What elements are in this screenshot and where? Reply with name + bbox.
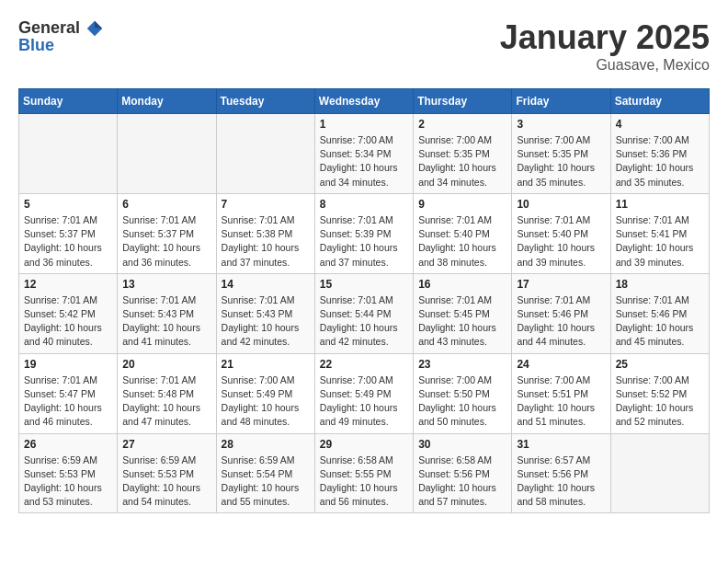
calendar-cell: 12Sunrise: 7:01 AM Sunset: 5:42 PM Dayli… (19, 273, 118, 353)
month-title: January 2025 (500, 18, 710, 57)
calendar-week-1: 1Sunrise: 7:00 AM Sunset: 5:34 PM Daylig… (19, 114, 710, 194)
calendar-cell: 10Sunrise: 7:01 AM Sunset: 5:40 PM Dayli… (512, 193, 610, 273)
calendar-week-4: 19Sunrise: 7:01 AM Sunset: 5:47 PM Dayli… (19, 353, 710, 433)
calendar-cell (19, 114, 118, 194)
calendar-cell: 5Sunrise: 7:01 AM Sunset: 5:37 PM Daylig… (19, 193, 118, 273)
calendar-cell: 22Sunrise: 7:00 AM Sunset: 5:49 PM Dayli… (314, 353, 413, 433)
day-number: 6 (122, 198, 210, 211)
calendar-cell: 7Sunrise: 7:01 AM Sunset: 5:38 PM Daylig… (216, 193, 314, 273)
day-number: 2 (418, 118, 506, 131)
calendar-cell: 18Sunrise: 7:01 AM Sunset: 5:46 PM Dayli… (610, 273, 709, 353)
day-number: 14 (222, 278, 310, 291)
day-number: 12 (24, 278, 112, 291)
weekday-header-friday: Friday (512, 89, 610, 114)
logo: General Blue (18, 18, 105, 55)
day-number: 5 (24, 198, 112, 211)
day-info: Sunrise: 7:01 AM Sunset: 5:44 PM Dayligh… (320, 293, 408, 350)
calendar-cell: 31Sunrise: 6:57 AM Sunset: 5:56 PM Dayli… (512, 433, 610, 513)
calendar-cell (610, 433, 709, 513)
weekday-header-wednesday: Wednesday (314, 89, 413, 114)
day-info: Sunrise: 7:01 AM Sunset: 5:43 PM Dayligh… (122, 293, 210, 350)
day-number: 31 (517, 438, 605, 451)
day-info: Sunrise: 7:01 AM Sunset: 5:41 PM Dayligh… (616, 213, 704, 270)
day-number: 22 (320, 358, 408, 371)
day-info: Sunrise: 7:01 AM Sunset: 5:37 PM Dayligh… (122, 213, 210, 270)
calendar-cell: 6Sunrise: 7:01 AM Sunset: 5:37 PM Daylig… (118, 193, 216, 273)
logo-blue: Blue (18, 37, 105, 55)
day-info: Sunrise: 7:00 AM Sunset: 5:49 PM Dayligh… (222, 373, 310, 430)
calendar-cell: 23Sunrise: 7:00 AM Sunset: 5:50 PM Dayli… (414, 353, 512, 433)
weekday-header-sunday: Sunday (19, 89, 118, 114)
day-number: 9 (418, 198, 506, 211)
day-number: 15 (320, 278, 408, 291)
calendar-cell: 8Sunrise: 7:01 AM Sunset: 5:39 PM Daylig… (314, 193, 413, 273)
day-number: 29 (320, 438, 408, 451)
calendar-cell: 1Sunrise: 7:00 AM Sunset: 5:34 PM Daylig… (314, 114, 413, 194)
day-number: 30 (418, 438, 506, 451)
weekday-header-monday: Monday (118, 89, 216, 114)
calendar-cell: 17Sunrise: 7:01 AM Sunset: 5:46 PM Dayli… (512, 273, 610, 353)
calendar-cell: 16Sunrise: 7:01 AM Sunset: 5:45 PM Dayli… (414, 273, 512, 353)
calendar-cell: 28Sunrise: 6:59 AM Sunset: 5:54 PM Dayli… (216, 433, 314, 513)
svg-marker-1 (95, 21, 102, 29)
day-info: Sunrise: 7:00 AM Sunset: 5:35 PM Dayligh… (418, 133, 506, 190)
day-number: 21 (222, 358, 310, 371)
day-info: Sunrise: 7:00 AM Sunset: 5:36 PM Dayligh… (616, 133, 704, 190)
day-number: 11 (616, 198, 704, 211)
day-number: 13 (122, 278, 210, 291)
day-number: 28 (222, 438, 310, 451)
day-info: Sunrise: 7:00 AM Sunset: 5:50 PM Dayligh… (418, 373, 506, 430)
day-info: Sunrise: 7:01 AM Sunset: 5:40 PM Dayligh… (418, 213, 506, 270)
day-info: Sunrise: 7:01 AM Sunset: 5:38 PM Dayligh… (222, 213, 310, 270)
day-info: Sunrise: 7:01 AM Sunset: 5:42 PM Dayligh… (24, 293, 112, 350)
calendar-cell: 26Sunrise: 6:59 AM Sunset: 5:53 PM Dayli… (19, 433, 118, 513)
day-number: 18 (616, 278, 704, 291)
calendar-cell: 4Sunrise: 7:00 AM Sunset: 5:36 PM Daylig… (610, 114, 709, 194)
day-info: Sunrise: 6:58 AM Sunset: 5:55 PM Dayligh… (320, 454, 408, 510)
calendar-cell (216, 114, 314, 194)
weekday-header-thursday: Thursday (414, 89, 512, 114)
calendar-week-5: 26Sunrise: 6:59 AM Sunset: 5:53 PM Dayli… (19, 433, 710, 513)
day-number: 3 (517, 118, 605, 131)
weekday-header-row: SundayMondayTuesdayWednesdayThursdayFrid… (19, 89, 710, 114)
day-info: Sunrise: 7:00 AM Sunset: 5:51 PM Dayligh… (517, 373, 605, 430)
day-number: 10 (517, 198, 605, 211)
day-info: Sunrise: 7:01 AM Sunset: 5:46 PM Dayligh… (517, 293, 605, 350)
calendar-cell: 25Sunrise: 7:00 AM Sunset: 5:52 PM Dayli… (610, 353, 709, 433)
day-number: 26 (24, 438, 112, 451)
calendar-cell: 9Sunrise: 7:01 AM Sunset: 5:40 PM Daylig… (414, 193, 512, 273)
calendar-cell: 19Sunrise: 7:01 AM Sunset: 5:47 PM Dayli… (19, 353, 118, 433)
day-number: 20 (122, 358, 210, 371)
calendar-cell: 24Sunrise: 7:00 AM Sunset: 5:51 PM Dayli… (512, 353, 610, 433)
calendar-table: SundayMondayTuesdayWednesdayThursdayFrid… (18, 88, 710, 513)
day-info: Sunrise: 6:59 AM Sunset: 5:53 PM Dayligh… (122, 454, 210, 510)
calendar-cell: 15Sunrise: 7:01 AM Sunset: 5:44 PM Dayli… (314, 273, 413, 353)
calendar-cell: 27Sunrise: 6:59 AM Sunset: 5:53 PM Dayli… (118, 433, 216, 513)
day-number: 17 (517, 278, 605, 291)
day-number: 16 (418, 278, 506, 291)
day-info: Sunrise: 7:01 AM Sunset: 5:48 PM Dayligh… (122, 373, 210, 430)
day-number: 24 (517, 358, 605, 371)
day-number: 19 (24, 358, 112, 371)
calendar-cell: 11Sunrise: 7:01 AM Sunset: 5:41 PM Dayli… (610, 193, 709, 273)
day-info: Sunrise: 6:58 AM Sunset: 5:56 PM Dayligh… (418, 454, 506, 510)
weekday-header-tuesday: Tuesday (216, 89, 314, 114)
day-number: 27 (122, 438, 210, 451)
calendar-cell: 29Sunrise: 6:58 AM Sunset: 5:55 PM Dayli… (314, 433, 413, 513)
calendar-cell: 20Sunrise: 7:01 AM Sunset: 5:48 PM Dayli… (118, 353, 216, 433)
calendar-cell: 2Sunrise: 7:00 AM Sunset: 5:35 PM Daylig… (414, 114, 512, 194)
day-info: Sunrise: 6:59 AM Sunset: 5:53 PM Dayligh… (24, 454, 112, 510)
page-header: General Blue January 2025 Guasave, Mexic… (18, 18, 710, 74)
calendar-cell: 13Sunrise: 7:01 AM Sunset: 5:43 PM Dayli… (118, 273, 216, 353)
calendar-body: 1Sunrise: 7:00 AM Sunset: 5:34 PM Daylig… (19, 114, 710, 513)
day-info: Sunrise: 7:01 AM Sunset: 5:45 PM Dayligh… (418, 293, 506, 350)
title-block: January 2025 Guasave, Mexico (500, 18, 710, 74)
day-info: Sunrise: 7:01 AM Sunset: 5:40 PM Dayligh… (517, 213, 605, 270)
calendar-week-3: 12Sunrise: 7:01 AM Sunset: 5:42 PM Dayli… (19, 273, 710, 353)
day-info: Sunrise: 6:57 AM Sunset: 5:56 PM Dayligh… (517, 454, 605, 510)
day-number: 1 (320, 118, 408, 131)
day-info: Sunrise: 7:01 AM Sunset: 5:37 PM Dayligh… (24, 213, 112, 270)
day-info: Sunrise: 7:01 AM Sunset: 5:46 PM Dayligh… (616, 293, 704, 350)
calendar-week-2: 5Sunrise: 7:01 AM Sunset: 5:37 PM Daylig… (19, 193, 710, 273)
calendar-cell: 21Sunrise: 7:00 AM Sunset: 5:49 PM Dayli… (216, 353, 314, 433)
